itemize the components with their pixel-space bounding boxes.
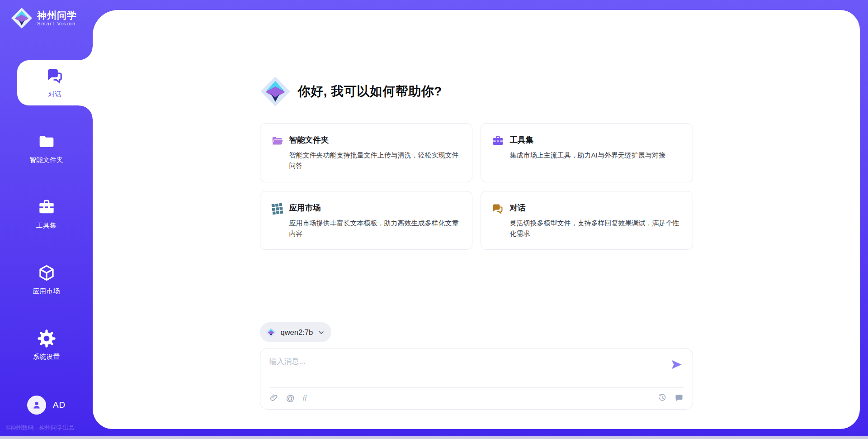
card-description: 集成市场上主流工具，助力AI与外界无缝扩展与对接	[510, 150, 665, 160]
copyright: ©神州数码 · 神州问学出品	[6, 424, 74, 432]
sidebar-item-settings[interactable]: 系统设置	[0, 323, 93, 368]
avatar	[27, 396, 46, 415]
send-button[interactable]	[670, 358, 683, 371]
user-profile[interactable]: AD	[0, 396, 93, 415]
history-icon	[658, 393, 667, 402]
person-icon	[31, 400, 42, 410]
card-chat[interactable]: 对话 灵活切换多模型文件，支持多样回复效果调试，满足个性化需求	[481, 191, 693, 250]
card-description: 灵活切换多模型文件，支持多样回复效果调试，满足个性化需求	[510, 218, 682, 239]
sidebar-nav: 对话 智能文件夹 工具集 应用市场	[0, 60, 93, 368]
model-selector[interactable]: qwen2:7b	[260, 322, 332, 342]
brand: 神州问学 Smart Vision	[0, 0, 93, 29]
main-panel: 你好, 我可以如何帮助你? 智能文件夹 智能文件夹功能支持批量文件上传与清洗，轻…	[93, 10, 860, 429]
sidebar-item-label: 工具集	[36, 221, 57, 230]
sidebar-item-toolset[interactable]: 工具集	[0, 191, 93, 237]
card-title: 应用市场	[289, 202, 461, 213]
user-name: AD	[53, 400, 66, 410]
message-input[interactable]	[260, 348, 660, 387]
toolbox-icon	[492, 135, 504, 147]
feature-cards: 智能文件夹 智能文件夹功能支持批量文件上传与清洗，轻松实现文件问答 工具集	[260, 123, 693, 250]
paperclip-icon	[269, 393, 278, 402]
grid-icon	[271, 203, 283, 215]
card-title: 工具集	[510, 134, 665, 145]
sidebar-item-app-market[interactable]: 应用市场	[0, 257, 93, 302]
message-composer: @ #	[260, 348, 693, 410]
chat-toggle-button[interactable]	[675, 393, 684, 402]
send-icon	[670, 358, 683, 371]
diamond-logo-icon	[266, 327, 276, 338]
chevron-down-icon	[317, 329, 325, 336]
card-title: 智能文件夹	[289, 134, 461, 145]
sidebar: 神州问学 Smart Vision 对话 智能文件夹	[0, 0, 93, 439]
model-name: qwen2:7b	[281, 328, 313, 337]
sidebar-item-label: 智能文件夹	[29, 156, 63, 164]
attach-button[interactable]	[269, 393, 278, 402]
toolbox-icon	[38, 198, 56, 216]
folder-icon	[38, 133, 56, 151]
mention-button[interactable]: @	[286, 394, 295, 402]
chat-bubble-icon	[675, 393, 684, 402]
greeting-text: 你好, 我可以如何帮助你?	[298, 83, 442, 100]
cube-icon	[38, 264, 56, 282]
sidebar-item-chat[interactable]: 对话	[17, 60, 93, 105]
hash-button[interactable]: #	[302, 394, 307, 402]
history-button[interactable]	[658, 393, 667, 402]
chat-icon	[46, 67, 64, 85]
sidebar-item-label: 应用市场	[33, 287, 60, 296]
hash-icon: #	[302, 394, 307, 402]
card-description: 智能文件夹功能支持批量文件上传与清洗，轻松实现文件问答	[289, 150, 461, 171]
card-smart-folder[interactable]: 智能文件夹 智能文件夹功能支持批量文件上传与清洗，轻松实现文件问答	[260, 123, 472, 182]
composer-toolbar: @ #	[260, 387, 693, 409]
scrollbar-track[interactable]	[0, 436, 868, 439]
sidebar-item-label: 对话	[48, 90, 62, 99]
diamond-logo-icon	[11, 7, 33, 29]
card-toolset[interactable]: 工具集 集成市场上主流工具，助力AI与外界无缝扩展与对接	[481, 123, 693, 182]
brand-subtitle: Smart Vision	[37, 21, 77, 26]
folder-open-icon	[271, 135, 283, 147]
card-app-market[interactable]: 应用市场 应用市场提供丰富长文本模板，助力高效生成多样化文章内容	[260, 191, 472, 250]
diamond-logo-icon	[260, 76, 291, 107]
card-title: 对话	[510, 202, 682, 213]
brand-title: 神州问学	[37, 10, 77, 21]
gear-icon	[38, 329, 56, 348]
greeting: 你好, 我可以如何帮助你?	[260, 76, 693, 107]
at-icon: @	[286, 394, 295, 402]
chat-icon	[492, 203, 504, 215]
sidebar-item-smart-folder[interactable]: 智能文件夹	[0, 126, 93, 171]
card-description: 应用市场提供丰富长文本模板，助力高效生成多样化文章内容	[289, 218, 461, 239]
sidebar-item-label: 系统设置	[33, 353, 60, 361]
